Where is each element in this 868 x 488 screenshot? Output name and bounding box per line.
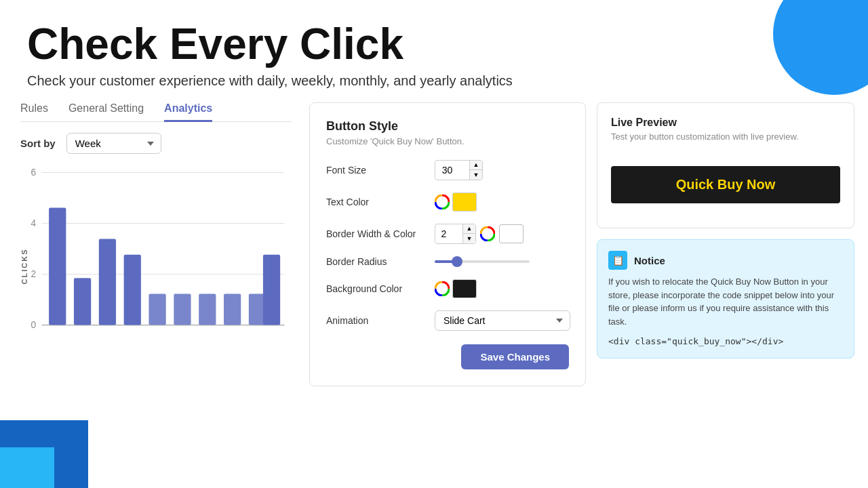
font-size-down[interactable]: ▼: [470, 170, 482, 180]
animation-label: Animation: [326, 315, 435, 326]
svg-text:0: 0: [31, 319, 37, 331]
svg-rect-14: [174, 294, 191, 325]
border-radius-slider[interactable]: [435, 260, 530, 263]
tab-general-setting[interactable]: General Setting: [68, 102, 144, 122]
notice-icon: 📋: [608, 251, 627, 270]
font-size-control: ▲ ▼: [435, 160, 483, 180]
button-style-panel: Button Style Customize 'Quick Buy Now' B…: [309, 102, 586, 386]
chart-area: CLICKS 6 4 2 0: [20, 165, 292, 368]
font-size-up[interactable]: ▲: [470, 161, 482, 170]
page-title: Check Every Click: [27, 20, 841, 68]
border-down[interactable]: ▼: [463, 234, 475, 243]
text-color-label: Text Color: [326, 197, 435, 207]
border-color-wheel-icon[interactable]: [480, 226, 495, 241]
border-row: Border Width & Color ▲ ▼: [326, 224, 569, 244]
text-color-row: Text Color: [326, 192, 569, 211]
panel-subtitle: Customize 'Quick Buy Now' Button.: [326, 136, 569, 146]
notice-body: If you wish to relocate the Quick Buy No…: [608, 275, 843, 328]
svg-rect-10: [74, 279, 91, 325]
notice-header: 📋 Notice: [608, 251, 843, 270]
preview-button-container: Quick Buy Now: [611, 155, 840, 214]
svg-rect-18: [263, 255, 280, 325]
notice-title: Notice: [634, 255, 665, 266]
preview-quick-buy-button[interactable]: Quick Buy Now: [611, 166, 840, 203]
panel-title: Button Style: [326, 119, 569, 134]
main-content: Rules General Setting Analytics Sort by …: [0, 102, 868, 386]
tabs: Rules General Setting Analytics: [20, 102, 292, 122]
right-panel: Live Preview Test your button customizat…: [597, 102, 854, 386]
sort-label: Sort by: [20, 138, 56, 149]
page-subtitle: Check your customer experience with dail…: [27, 73, 841, 89]
live-preview-subtitle: Test your button customization with live…: [611, 131, 840, 142]
border-up[interactable]: ▲: [463, 224, 475, 234]
border-radius-control: [435, 260, 530, 263]
animation-row: Animation Slide Cart Fade Bounce None: [326, 310, 569, 331]
bg-color-control: [435, 279, 477, 298]
border-width-field[interactable]: [435, 226, 462, 242]
border-width-spinners: ▲ ▼: [462, 224, 475, 243]
color-wheel-icon[interactable]: [435, 195, 450, 209]
save-row: Save Changes: [326, 344, 569, 369]
font-size-field[interactable]: [435, 162, 469, 178]
save-button[interactable]: Save Changes: [461, 344, 569, 369]
svg-rect-12: [124, 255, 141, 325]
font-size-row: Font Size ▲ ▼: [326, 160, 569, 180]
bg-color-row: Background Color: [326, 279, 569, 298]
animation-control: Slide Cart Fade Bounce None: [435, 310, 570, 331]
tab-rules[interactable]: Rules: [20, 102, 48, 122]
font-size-spinners: ▲ ▼: [469, 161, 482, 180]
bg-color-label: Background Color: [326, 283, 435, 294]
svg-rect-16: [224, 294, 241, 325]
sort-row: Sort by Day Week Month Year: [20, 133, 292, 154]
sort-select[interactable]: Day Week Month Year: [66, 133, 161, 154]
y-axis-label: CLICKS: [20, 249, 28, 285]
bg-color-swatch[interactable]: [452, 279, 477, 298]
border-control: ▲ ▼: [435, 224, 524, 244]
live-preview-title: Live Preview: [611, 117, 840, 129]
notice-code: <div class="quick_buy_now"></div>: [608, 336, 783, 346]
svg-rect-15: [199, 294, 216, 325]
bar-chart: 6 4 2 0: [20, 165, 292, 368]
bottom-left-cyan-decoration: [0, 447, 54, 488]
tab-analytics[interactable]: Analytics: [164, 102, 212, 122]
border-radius-label: Border Radius: [326, 256, 435, 267]
svg-text:2: 2: [31, 268, 37, 280]
font-size-input[interactable]: ▲ ▼: [435, 160, 483, 180]
svg-text:6: 6: [31, 167, 37, 178]
border-radius-row: Border Radius: [326, 256, 569, 267]
live-preview-card: Live Preview Test your button customizat…: [597, 102, 854, 228]
header: Check Every Click Check your customer ex…: [0, 0, 868, 96]
border-width-input[interactable]: ▲ ▼: [435, 224, 476, 244]
font-size-label: Font Size: [326, 165, 435, 176]
svg-rect-9: [49, 208, 66, 325]
svg-rect-11: [99, 239, 116, 325]
bg-color-wheel-icon[interactable]: [435, 281, 450, 296]
animation-select[interactable]: Slide Cart Fade Bounce None: [435, 310, 570, 331]
border-color-swatch[interactable]: [499, 224, 524, 243]
text-color-swatch[interactable]: [452, 192, 477, 211]
notice-card: 📋 Notice If you wish to relocate the Qui…: [597, 239, 854, 359]
svg-text:4: 4: [31, 218, 37, 229]
text-color-control: [435, 192, 477, 211]
svg-rect-13: [149, 294, 165, 325]
left-panel: Rules General Setting Analytics Sort by …: [14, 102, 298, 386]
border-label: Border Width & Color: [326, 228, 435, 239]
